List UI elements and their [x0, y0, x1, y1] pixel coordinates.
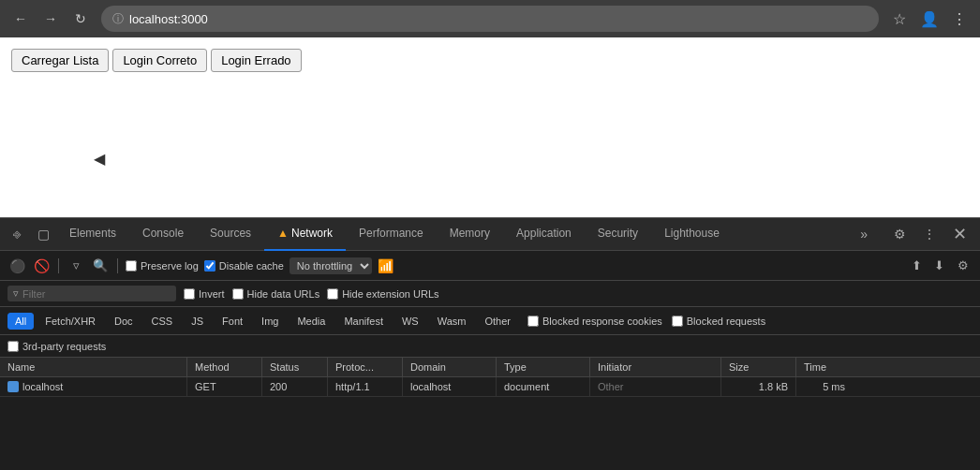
network-settings-button[interactable]: ⚙ [954, 257, 973, 275]
type-wasm-button[interactable]: Wasm [430, 313, 474, 330]
col-name[interactable]: Name [0, 358, 187, 376]
devtools-more-button[interactable]: ⋮ [916, 221, 943, 247]
hide-extension-urls-label: Hide extension URLs [342, 288, 438, 300]
third-party-input[interactable] [7, 341, 19, 352]
third-party-row: 3rd-party requests [0, 335, 980, 358]
download-button[interactable]: ⬇ [929, 257, 948, 275]
disable-cache-checkbox[interactable]: Disable cache [204, 260, 284, 272]
blocked-requests-input[interactable] [672, 316, 683, 327]
invert-input[interactable] [184, 288, 195, 300]
tab-sources[interactable]: Sources [197, 218, 264, 251]
tab-network-label: Network [291, 227, 333, 240]
third-party-label: 3rd-party requests [22, 341, 106, 352]
carregar-lista-button[interactable]: Carregar Lista [11, 49, 109, 72]
table-row[interactable]: localhost GET 200 http/1.1 localhost doc… [0, 377, 980, 397]
type-ws-button[interactable]: WS [394, 313, 426, 330]
network-toolbar: ⚫ 🚫 ▿ 🔍 Preserve log Disable cache No th… [0, 251, 980, 281]
blocked-response-cookies-label: Blocked response cookies [542, 316, 662, 327]
filter-options: Invert Hide data URLs Hide extension URL… [184, 288, 439, 300]
table-header: Name Method Status Protoc... Domain Type… [0, 358, 980, 377]
tabs-more-button[interactable]: » [853, 227, 875, 242]
star-button[interactable]: ☆ [886, 6, 913, 32]
devtools-header-actions: ⚙ ⋮ ✕ [879, 221, 980, 247]
col-initiator[interactable]: Initiator [590, 358, 721, 376]
type-font-button[interactable]: Font [215, 313, 250, 330]
col-status[interactable]: Status [262, 358, 328, 376]
col-method[interactable]: Method [187, 358, 262, 376]
third-party-checkbox[interactable]: 3rd-party requests [7, 341, 106, 352]
type-manifest-button[interactable]: Manifest [336, 313, 391, 330]
hide-data-urls-checkbox[interactable]: Hide data URLs [232, 288, 320, 300]
row-domain: localhost [403, 377, 497, 396]
row-time: 5 ms [796, 377, 853, 396]
col-type[interactable]: Type [497, 358, 590, 376]
type-js-button[interactable]: JS [184, 313, 211, 330]
tab-console[interactable]: Console [129, 218, 197, 251]
preserve-log-input[interactable] [126, 260, 137, 272]
row-name: localhost [0, 377, 187, 396]
row-type: document [497, 377, 590, 396]
tab-network[interactable]: ▲ Network [264, 218, 346, 251]
tab-application[interactable]: Application [503, 218, 585, 251]
login-errado-button[interactable]: Login Errado [211, 49, 301, 72]
upload-button[interactable]: ⬆ [907, 257, 926, 275]
table-body: localhost GET 200 http/1.1 localhost doc… [0, 377, 980, 470]
row-status: 200 [262, 377, 328, 396]
hide-extension-urls-input[interactable] [327, 288, 338, 300]
tab-security[interactable]: Security [585, 218, 651, 251]
invert-checkbox[interactable]: Invert [184, 288, 225, 300]
filter-icon: ▿ [13, 287, 19, 300]
more-button[interactable]: ⋮ [946, 6, 973, 32]
forward-button[interactable]: → [37, 6, 64, 32]
blocked-response-cookies-input[interactable] [527, 316, 539, 327]
chrome-actions: ☆ 👤 ⋮ [886, 6, 973, 32]
col-protocol[interactable]: Protoc... [328, 358, 403, 376]
back-button[interactable]: ← [7, 6, 34, 32]
row-initiator: Other [590, 377, 721, 396]
refresh-button[interactable]: ↻ [67, 6, 94, 32]
login-correto-button[interactable]: Login Correto [112, 49, 207, 72]
type-img-button[interactable]: Img [254, 313, 286, 330]
tab-performance[interactable]: Performance [346, 218, 437, 251]
address-text: localhost:3000 [129, 12, 208, 26]
blocked-response-cookies-checkbox[interactable]: Blocked response cookies [527, 316, 662, 327]
throttle-select[interactable]: No throttling Fast 3G Slow 3G [290, 257, 372, 274]
filter-button[interactable]: ▿ [67, 257, 85, 275]
col-time[interactable]: Time [796, 358, 853, 376]
warning-icon: ▲ [277, 227, 289, 240]
tab-memory[interactable]: Memory [437, 218, 503, 251]
separator-1 [58, 258, 59, 273]
devtools-device-icon[interactable]: ⎆ [4, 221, 30, 247]
type-other-button[interactable]: Other [477, 313, 518, 330]
devtools-console-icon[interactable]: ▢ [30, 221, 56, 247]
disable-cache-input[interactable] [204, 260, 215, 272]
hide-extension-urls-checkbox[interactable]: Hide extension URLs [327, 288, 438, 300]
row-method: GET [187, 377, 262, 396]
type-fetch-xhr-button[interactable]: Fetch/XHR [37, 313, 103, 330]
col-domain[interactable]: Domain [403, 358, 497, 376]
address-bar[interactable]: ⓘ localhost:3000 [101, 6, 879, 32]
blocked-requests-label: Blocked requests [687, 316, 765, 327]
type-doc-button[interactable]: Doc [107, 313, 141, 330]
devtools-settings-button[interactable]: ⚙ [886, 221, 913, 247]
col-size[interactable]: Size [721, 358, 796, 376]
row-size: 1.8 kB [721, 377, 796, 396]
profile-button[interactable]: 👤 [916, 6, 943, 32]
type-filter-row: All Fetch/XHR Doc CSS JS Font Img Media … [0, 307, 980, 335]
record-button[interactable]: ⚫ [7, 257, 26, 275]
filter-input[interactable] [22, 288, 154, 300]
preserve-log-checkbox[interactable]: Preserve log [126, 260, 199, 272]
tab-elements[interactable]: Elements [56, 218, 129, 251]
toolbar-end: ⬆ ⬇ [907, 257, 948, 275]
clear-button[interactable]: 🚫 [32, 257, 51, 275]
invert-label: Invert [199, 288, 225, 300]
type-media-button[interactable]: Media [290, 313, 333, 330]
browser-chrome: ← → ↻ ⓘ localhost:3000 ☆ 👤 ⋮ [0, 0, 980, 37]
hide-data-urls-input[interactable] [232, 288, 244, 300]
type-css-button[interactable]: CSS [144, 313, 181, 330]
type-all-button[interactable]: All [7, 313, 34, 330]
search-button[interactable]: 🔍 [91, 257, 110, 275]
blocked-requests-checkbox[interactable]: Blocked requests [672, 316, 765, 327]
tab-lighthouse[interactable]: Lighthouse [651, 218, 733, 251]
devtools-close-button[interactable]: ✕ [946, 221, 973, 247]
